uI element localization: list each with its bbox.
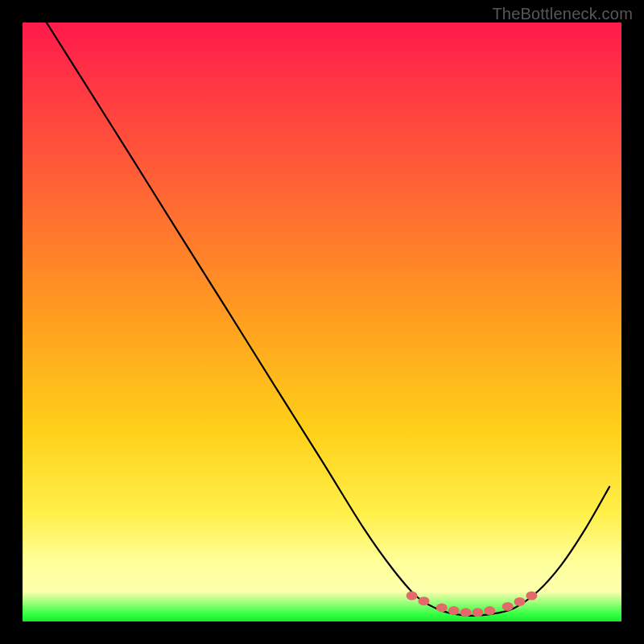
plot-overlay — [23, 23, 621, 621]
optimal-marker — [472, 608, 483, 617]
optimal-marker — [418, 597, 429, 605]
optimal-marker — [514, 597, 526, 606]
optimal-marker — [436, 603, 448, 612]
watermark-text: TheBottleneck.com — [492, 5, 633, 23]
optimal-marker — [460, 608, 472, 617]
optimal-marker — [502, 602, 514, 611]
optimal-markers — [407, 592, 538, 617]
optimal-marker — [484, 606, 495, 615]
optimal-marker — [407, 592, 418, 601]
optimal-marker — [448, 606, 460, 615]
chart-stage: TheBottleneck.com — [0, 0, 644, 644]
bottleneck-curve — [47, 23, 609, 616]
plot-area — [23, 23, 621, 621]
optimal-marker — [526, 592, 537, 601]
